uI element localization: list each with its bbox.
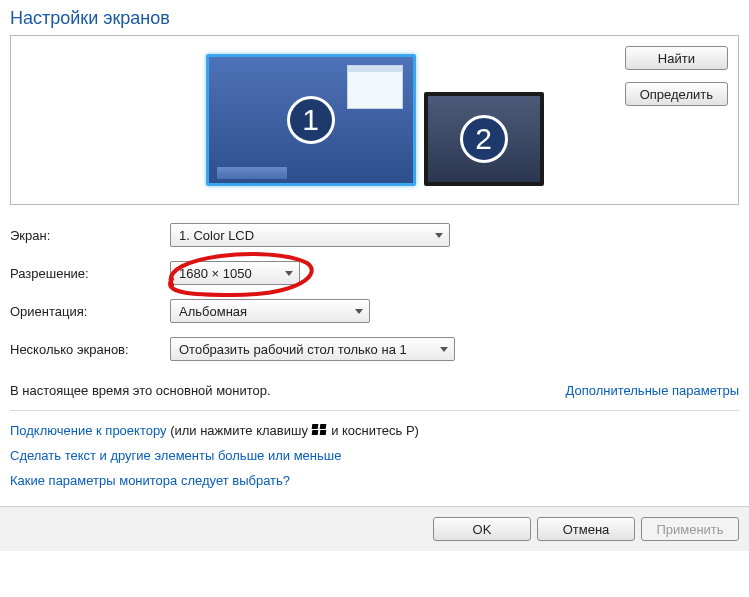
- windows-key-icon: [312, 424, 328, 436]
- find-button[interactable]: Найти: [625, 46, 728, 70]
- resolution-select[interactable]: 1680 × 1050: [170, 261, 300, 285]
- primary-monitor-note: В настоящее время это основной монитор.: [10, 383, 271, 398]
- dialog-footer: OK Отмена Применить: [0, 506, 749, 551]
- display-1[interactable]: 1: [206, 54, 416, 186]
- screen-select[interactable]: 1. Color LCD: [170, 223, 450, 247]
- divider: [10, 410, 739, 411]
- multiple-displays-select[interactable]: Отобразить рабочий стол только на 1: [170, 337, 455, 361]
- orientation-select-value: Альбомная: [179, 304, 247, 319]
- chevron-down-icon: [440, 347, 448, 352]
- display-arrangement-box: Найти Определить 1 2: [10, 35, 739, 205]
- apply-button[interactable]: Применить: [641, 517, 739, 541]
- chevron-down-icon: [355, 309, 363, 314]
- multiple-displays-label: Несколько экранов:: [10, 342, 170, 357]
- text-size-link[interactable]: Сделать текст и другие элементы больше и…: [10, 448, 341, 463]
- multiple-displays-select-value: Отобразить рабочий стол только на 1: [179, 342, 407, 357]
- page-title: Настройки экранов: [10, 8, 739, 29]
- identify-button[interactable]: Определить: [625, 82, 728, 106]
- chevron-down-icon: [435, 233, 443, 238]
- chevron-down-icon: [285, 271, 293, 276]
- screen-select-value: 1. Color LCD: [179, 228, 254, 243]
- projector-hint-b: и коснитесь P): [328, 423, 419, 438]
- ok-button[interactable]: OK: [433, 517, 531, 541]
- resolution-label: Разрешение:: [10, 266, 170, 281]
- screen-label: Экран:: [10, 228, 170, 243]
- advanced-settings-link[interactable]: Дополнительные параметры: [565, 383, 739, 398]
- projector-link[interactable]: Подключение к проектору: [10, 423, 167, 438]
- which-settings-link[interactable]: Какие параметры монитора следует выбрать…: [10, 473, 290, 488]
- display-2[interactable]: 2: [424, 92, 544, 186]
- resolution-select-value: 1680 × 1050: [179, 266, 252, 281]
- orientation-select[interactable]: Альбомная: [170, 299, 370, 323]
- display-1-preview-window: [347, 65, 403, 109]
- display-1-number: 1: [287, 96, 335, 144]
- orientation-label: Ориентация:: [10, 304, 170, 319]
- projector-hint-a: (или нажмите клавишу: [167, 423, 312, 438]
- cancel-button[interactable]: Отмена: [537, 517, 635, 541]
- display-2-number: 2: [460, 115, 508, 163]
